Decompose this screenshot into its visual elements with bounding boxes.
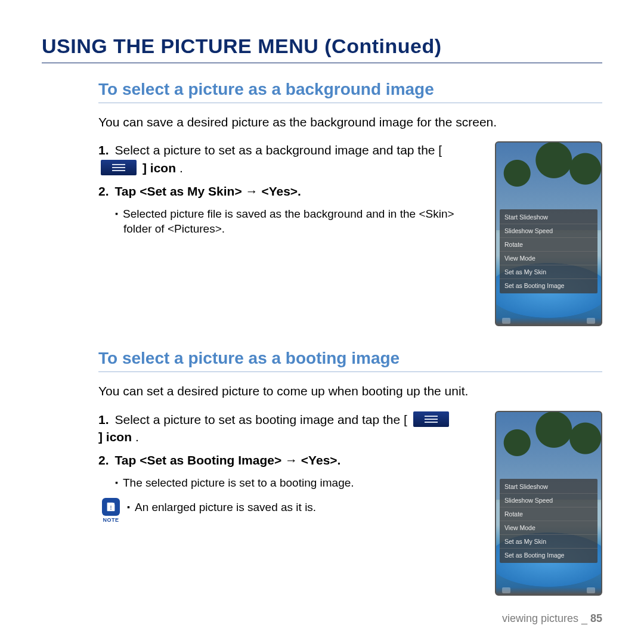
device-menu-item: Set as My Skin [500,265,597,279]
device-menu-item: Start Slideshow [500,210,597,224]
device-softkey-left-icon [502,318,510,324]
step-text-b: ] icon [98,428,132,445]
step-text: Tap <Set as My Skin> → <Yes>. [115,182,301,200]
step-1: 1. Select a picture to set as booting im… [98,411,481,446]
note-icon [102,498,120,516]
page-footer: viewing pictures _ 85 [502,612,602,625]
device-menu-item: Set as My Skin [500,535,597,549]
hamburger-menu-icon [101,160,137,175]
step-2: 2. Tap <Set as Booting Image> → <Yes>. [98,451,481,469]
step-number: 2. [98,451,109,469]
bullet-item: Selected picture file is saved as the ba… [98,206,481,237]
device-menu-item: Set as Booting Image [500,279,597,292]
note-text: An enlarged picture is saved as it is. [127,500,316,515]
step-number: 2. [98,182,109,200]
note-label: NOTE [103,517,119,523]
device-screenshot-2: Start Slideshow Slideshow Speed Rotate V… [495,411,602,596]
device-menu-item: View Mode [500,521,597,535]
note-badge: NOTE [101,498,121,523]
device-menu-item: View Mode [500,252,597,265]
section-body: 1. Select a picture to set as booting im… [98,411,602,596]
step-text: Tap <Set as Booting Image> → <Yes>. [115,451,341,469]
section-intro: You can save a desired picture as the ba… [98,114,602,131]
device-menu-item: Start Slideshow [500,480,597,494]
page-title: USING THE PICTURE MENU (Continued) [42,35,602,63]
step-text-b: ] icon [143,159,176,177]
device-softkey-right-icon [587,587,595,593]
device-menu-item: Slideshow Speed [500,494,597,507]
device-menu-item: Rotate [500,238,597,252]
device-menu-item: Set as Booting Image [500,549,597,562]
device-menu-overlay: Start Slideshow Slideshow Speed Rotate V… [500,209,597,293]
period: . [135,428,139,445]
section-intro: You can set a desired picture to come up… [98,383,602,400]
section-booting-image: To select a picture as a booting image Y… [42,349,602,595]
device-softkey-left-icon [502,587,510,593]
device-menu-item: Slideshow Speed [500,224,597,238]
bullet-item: The selected picture is set to a booting… [98,475,481,491]
section-background-image: To select a picture as a background imag… [42,80,602,326]
period: . [179,159,183,177]
footer-text: viewing pictures _ [502,612,590,624]
note-row: NOTE An enlarged picture is saved as it … [98,498,481,523]
step-number: 1. [98,141,109,159]
step-text-a: Select a picture to set as a background … [115,141,442,159]
section-body: 1. Select a picture to set as a backgrou… [98,141,602,326]
device-menu-item: Rotate [500,507,597,521]
text-column: 1. Select a picture to set as booting im… [98,411,481,523]
step-1: 1. Select a picture to set as a backgrou… [98,141,481,177]
step-2: 2. Tap <Set as My Skin> → <Yes>. [98,182,481,200]
text-column: 1. Select a picture to set as a backgrou… [98,141,481,243]
hamburger-menu-icon [413,411,449,427]
device-menu-overlay: Start Slideshow Slideshow Speed Rotate V… [500,479,597,563]
page-number: 85 [590,612,602,624]
device-softkey-right-icon [587,318,595,324]
step-number: 1. [98,411,109,428]
section-heading: To select a picture as a booting image [98,349,602,372]
step-text-a: Select a picture to set as booting image… [115,411,407,428]
section-heading: To select a picture as a background imag… [98,80,602,103]
device-screenshot-1: Start Slideshow Slideshow Speed Rotate V… [495,141,602,326]
